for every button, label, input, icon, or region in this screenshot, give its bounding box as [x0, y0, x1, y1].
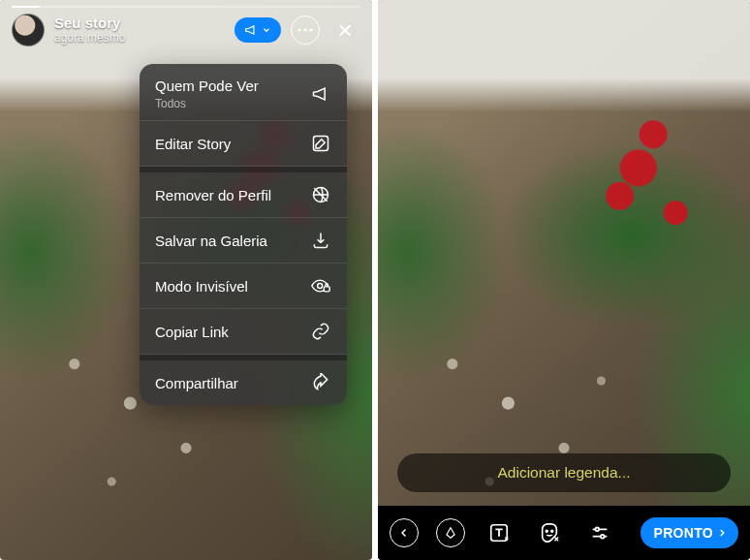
svg-point-9	[551, 530, 553, 532]
share-icon	[310, 372, 331, 393]
caption-placeholder: Adicionar legenda...	[497, 464, 630, 482]
menu-item-save-gallery[interactable]: Salvar na Galeria	[140, 218, 347, 264]
svg-point-8	[546, 530, 547, 532]
chevron-left-icon	[398, 527, 410, 539]
done-button[interactable]: PRONTO	[641, 517, 738, 548]
megaphone-icon	[310, 83, 331, 105]
menu-item-copy-link[interactable]: Copiar Link	[140, 309, 347, 355]
chevron-down-icon	[262, 25, 271, 35]
more-options-button[interactable]	[291, 16, 320, 45]
svg-point-11	[601, 535, 605, 539]
menu-item-share[interactable]: Compartilhar	[140, 355, 347, 405]
menu-item-sublabel: Todos	[155, 97, 259, 110]
menu-item-remove-profile[interactable]: Remover do Perfil	[140, 167, 347, 218]
text-icon	[488, 522, 510, 544]
story-title: Seu story	[54, 15, 125, 31]
sticker-button[interactable]	[533, 516, 566, 549]
crop-button[interactable]	[583, 516, 616, 549]
ellipsis-icon	[297, 28, 313, 32]
chevron-right-icon	[717, 527, 727, 539]
story-title-block: Seu story agora mesmo	[54, 15, 125, 45]
svg-point-0	[297, 28, 300, 31]
story-timestamp: agora mesmo	[54, 32, 125, 46]
story-options-menu: Quem Pode Ver Todos Editar Story Remover…	[140, 64, 347, 405]
menu-item-label: Remover do Perfil	[155, 187, 271, 203]
close-button[interactable]: ×	[329, 15, 360, 46]
menu-item-label: Copiar Link	[155, 324, 229, 340]
caption-input[interactable]: Adicionar legenda...	[397, 453, 731, 492]
globe-off-icon	[310, 184, 331, 205]
audience-pill[interactable]	[234, 17, 281, 43]
story-viewer-screen: Seu story agora mesmo ×	[0, 0, 372, 560]
eye-lock-icon	[310, 275, 331, 296]
adjust-icon	[589, 522, 610, 544]
menu-item-label: Quem Pode Ver	[155, 78, 259, 95]
pen-icon	[444, 526, 457, 540]
edit-icon	[310, 133, 331, 154]
svg-point-1	[303, 28, 306, 31]
avatar[interactable]	[12, 14, 45, 47]
done-label: PRONTO	[654, 525, 713, 541]
editor-toolbar: PRONTO	[378, 506, 750, 560]
svg-point-10	[595, 528, 599, 532]
menu-item-label: Modo Invisível	[155, 278, 248, 295]
draw-button[interactable]	[436, 518, 465, 547]
svg-point-2	[309, 28, 312, 31]
text-button[interactable]	[483, 516, 516, 549]
menu-item-label: Compartilhar	[155, 375, 238, 391]
story-topbar: Seu story agora mesmo ×	[12, 14, 360, 47]
close-icon: ×	[337, 17, 352, 43]
menu-item-label: Salvar na Galeria	[155, 233, 267, 249]
story-progress-bar	[12, 6, 360, 8]
download-icon	[310, 230, 331, 251]
menu-item-label: Editar Story	[155, 136, 231, 152]
menu-item-who-can-see[interactable]: Quem Pode Ver Todos	[140, 64, 347, 121]
story-editor-screen: Adicionar legenda...	[378, 0, 750, 560]
svg-point-5	[318, 284, 323, 289]
sticker-icon	[539, 522, 560, 544]
svg-rect-6	[324, 287, 329, 292]
link-icon	[310, 321, 331, 342]
megaphone-icon	[244, 23, 258, 37]
menu-item-invisible-mode[interactable]: Modo Invisível	[140, 264, 347, 309]
back-button[interactable]	[390, 518, 419, 547]
menu-item-edit-story[interactable]: Editar Story	[140, 121, 347, 167]
